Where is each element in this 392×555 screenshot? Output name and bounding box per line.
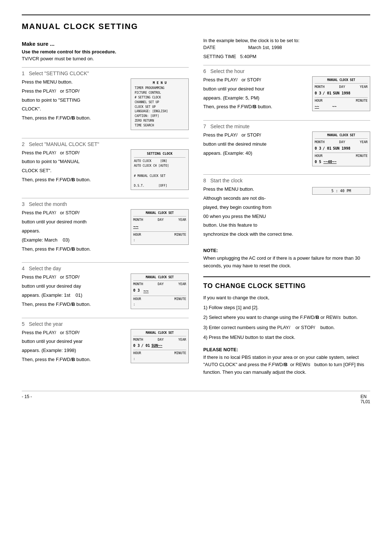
left-column: Make sure ... Use the remote control for… [22,38,189,380]
step-3: 3 Select the month Press the PLAY/ or ST… [22,198,189,254]
step-7-text: Press the PLAY/ or STOP/ button until th… [203,131,306,158]
menu-title: M E N U [134,80,185,85]
make-sure-heading: Make sure ... [22,41,189,47]
footer: - 15 - EN 7L01 [22,391,370,404]
step-7-content: Press the PLAY/ or STOP/ button until th… [203,131,370,166]
step-4-content: Press the PLAY/ or STOP/ button until yo… [22,274,189,309]
step-1-text: Press the MENU button. Press the PLAY/ o… [22,78,125,123]
step-6-content: Press the PLAY/ or STOP/ button until yo… [203,76,370,112]
step-8: 8 Start the clock Press the MENU button.… [203,174,370,240]
change-section-title: TO CHANGE CLOCK SETTING [203,276,370,290]
step-8-number: 8 Start the clock [203,178,370,183]
step-4: 4 Select the day Press the PLAY/ or STOP… [22,262,189,309]
page-title: MANUAL CLOCK SETTING [22,22,370,31]
top-rule [22,15,370,15]
step-8-diagram: 5 : 40 PM [312,186,370,195]
step-2-text: Press the PLAY/ or STOP/ button to point… [22,149,125,185]
change-item-2: 2) Select where you want to change using… [203,313,370,321]
step-1: 1 Select "SETTING CLOCK" Press the MENU … [22,67,189,130]
step-5-number: 5 Select the year [22,321,189,327]
step-7-diagram: MANUAL CLOCK SET MONTH DAY YEAR 0 3 / 01… [312,131,370,166]
step-2-content: Press the PLAY/ or STOP/ button to point… [22,149,189,190]
main-content: Make sure ... Use the remote control for… [22,38,370,380]
step-5-diagram: MANUAL CLOCK SET MONTH DAY YEAR 0 3 / 01… [131,329,189,364]
step-4-text: Press the PLAY/ or STOP/ button until yo… [22,274,125,309]
make-sure-section: Make sure ... Use the remote control for… [22,38,189,61]
step-2-diagram: SETTING CLOCK AUTO CLOCK [ON] AUTO CLOCK… [131,149,189,190]
right-column: In the example below, the clock is to be… [203,38,370,380]
change-item-3: 3) Enter correct numbers using the PLAY/… [203,323,370,332]
time-display: 5 : 40 PM [312,187,370,195]
step-3-text: Press the PLAY/ or STOP/ button until yo… [22,209,125,254]
step-5: 5 Select the year Press the PLAY/ or STO… [22,318,189,365]
step-2-number: 2 Select "MANUAL CLOCK SET" [22,141,189,147]
step-3-content: Press the PLAY/ or STOP/ button until yo… [22,209,189,254]
please-note-section: PLEASE NOTE: If there is no local PBS st… [203,347,370,376]
example-intro: In the example below, the clock is to be… [203,38,370,43]
footer-page: - 15 - [22,394,32,404]
make-sure-text: TV/VCR power must be turned on. [22,56,189,61]
step-1-diagram: M E N U TIMER PROGRAMMING PICTURE CONTRO… [131,78,189,130]
step-5-text: Press the PLAY/ or STOP/ button until yo… [22,329,125,365]
step-8-content: Press the MENU button. Although seconds … [203,186,370,240]
step-4-number: 4 Select the day [22,266,189,271]
change-item-1: 1) Follow steps [1] and [2]. [203,303,370,312]
step-6: 6 Select the hour Press the PLAY/ or STO… [203,65,370,112]
please-note-heading: PLEASE NOTE: [203,347,370,352]
step-7-number: 7 Select the minute [203,123,370,129]
example-date: DATE March 1st, 1998 [203,45,370,50]
note-heading: NOTE: [203,248,370,253]
note-section: NOTE: When unplugging the AC cord or if … [203,248,370,270]
step-8-text: Press the MENU button. Although seconds … [203,186,306,240]
step-2: 2 Select "MANUAL CLOCK SET" Press the PL… [22,138,189,190]
step-1-content: Press the MENU button. Press the PLAY/ o… [22,78,189,130]
step-7: 7 Select the minute Press the PLAY/ or S… [203,120,370,166]
change-list: If you want to change the clock, 1) Foll… [203,293,370,342]
step-3-diagram: MANUAL CLOCK SET MONTH DAY YEAR ~~ [131,209,189,245]
please-note-text: If there is no local PBS station in your… [203,354,370,376]
step-3-number: 3 Select the month [22,201,189,207]
note-text: When unplugging the AC cord or if there … [203,255,370,270]
example-section: In the example below, the clock is to be… [203,38,370,59]
step-6-text: Press the PLAY/ or STOP/ button until yo… [203,76,306,112]
step-6-diagram: MANUAL CLOCK SET MONTH DAY YEAR 0 3 / 01… [312,76,370,111]
change-item-4: 4) Press the MENU button to start the cl… [203,333,370,341]
change-intro: If you want to change the clock, [203,293,370,302]
example-time: SETTING TIME 5:40PM [203,54,370,59]
step-5-content: Press the PLAY/ or STOP/ button until yo… [22,329,189,365]
footer-right: EN 7L01 [360,394,370,404]
step-6-number: 6 Select the hour [203,68,370,74]
step-1-number: 1 Select "SETTING CLOCK" [22,70,189,76]
step-4-diagram: MANUAL CLOCK SET MONTH DAY YEAR 0 3 ~~ [131,274,189,309]
make-sure-bold: Use the remote control for this procedur… [22,49,189,54]
